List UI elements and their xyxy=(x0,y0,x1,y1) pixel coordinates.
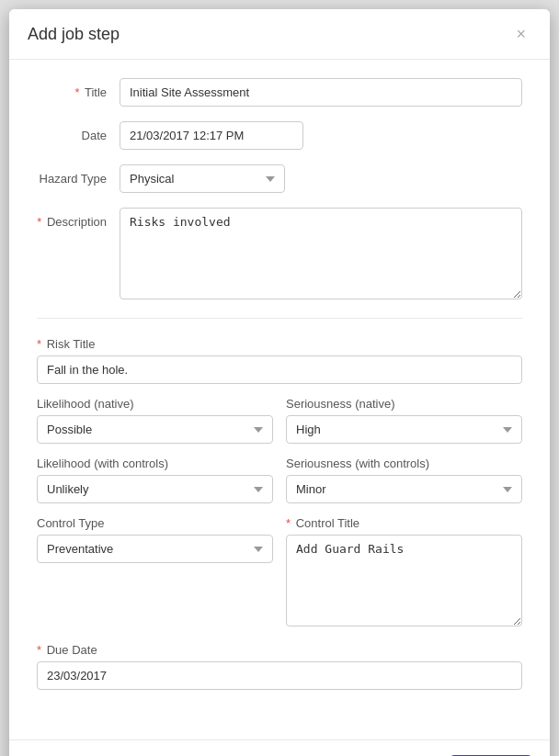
risk-title-required-star: * xyxy=(37,337,41,351)
control-title-label: * Control Title xyxy=(286,516,522,530)
hazard-type-row: Hazard Type Physical Chemical Biological… xyxy=(37,164,522,193)
hazard-type-select[interactable]: Physical Chemical Biological Ergonomic P… xyxy=(120,164,285,193)
risk-title-row: * Risk Title xyxy=(37,337,522,384)
risk-title-label: * Risk Title xyxy=(37,337,522,351)
date-row: Date xyxy=(37,121,522,150)
likelihood-seriousness-native-row: Likelihood (native) Possible Likely Unli… xyxy=(37,397,522,444)
description-field-wrapper: Risks involved xyxy=(120,208,522,303)
risk-section: * Risk Title Likelihood (native) Possibl… xyxy=(37,337,522,712)
likelihood-seriousness-controls-row: Likelihood (with controls) Unlikely Poss… xyxy=(37,457,522,503)
control-type-title-row: Control Type Preventative Corrective Dir… xyxy=(37,516,522,630)
title-field-wrapper xyxy=(120,78,522,107)
due-date-required-star: * xyxy=(37,643,41,657)
control-title-textarea[interactable]: Add Guard Rails xyxy=(286,535,522,626)
control-type-label: Control Type xyxy=(37,516,273,530)
description-label: * Description xyxy=(37,208,120,231)
modal-body: * Title Date Hazard Type Physical Chemic… xyxy=(9,60,550,730)
risk-title-input[interactable] xyxy=(37,355,522,384)
date-field-wrapper xyxy=(120,121,522,150)
modal-footer: Save xyxy=(9,739,550,756)
seriousness-native-select[interactable]: High Medium Low Minor Critical xyxy=(286,415,522,444)
seriousness-controls-col: Seriousness (with controls) Minor Low Me… xyxy=(286,457,522,503)
title-required-star: * xyxy=(74,85,79,99)
title-label: * Title xyxy=(37,78,120,101)
control-type-select[interactable]: Preventative Corrective Directive Elimin… xyxy=(37,535,273,563)
due-date-row: * Due Date xyxy=(37,643,522,690)
description-row: * Description Risks involved xyxy=(37,208,522,303)
likelihood-native-select[interactable]: Possible Likely Unlikely Rare Almost Cer… xyxy=(37,415,273,444)
description-required-star: * xyxy=(37,215,41,229)
likelihood-controls-select[interactable]: Unlikely Possible Likely Rare Almost Cer… xyxy=(37,475,273,503)
control-type-col: Control Type Preventative Corrective Dir… xyxy=(37,516,273,563)
likelihood-controls-col: Likelihood (with controls) Unlikely Poss… xyxy=(37,457,273,503)
hazard-type-field-wrapper: Physical Chemical Biological Ergonomic P… xyxy=(120,164,522,193)
seriousness-controls-label: Seriousness (with controls) xyxy=(286,457,522,470)
control-title-required-star: * xyxy=(286,516,291,530)
description-textarea[interactable]: Risks involved xyxy=(120,208,522,299)
likelihood-controls-label: Likelihood (with controls) xyxy=(37,457,273,470)
modal-title: Add job step xyxy=(28,25,120,44)
control-title-col: * Control Title Add Guard Rails xyxy=(286,516,522,630)
seriousness-controls-select[interactable]: Minor Low Medium High Critical xyxy=(286,475,522,503)
modal-header: Add job step × xyxy=(9,9,550,60)
seriousness-native-col: Seriousness (native) High Medium Low Min… xyxy=(286,397,522,444)
date-label: Date xyxy=(37,121,120,144)
likelihood-native-label: Likelihood (native) xyxy=(37,397,273,411)
title-input[interactable] xyxy=(120,78,522,107)
due-date-input[interactable] xyxy=(37,661,522,690)
hazard-type-label: Hazard Type xyxy=(37,164,120,187)
seriousness-native-label: Seriousness (native) xyxy=(286,397,522,411)
close-button[interactable]: × xyxy=(510,24,531,44)
add-job-step-modal: Add job step × * Title Date Hazard Type xyxy=(9,9,550,756)
title-row: * Title xyxy=(37,78,522,107)
section-divider xyxy=(37,318,522,319)
due-date-label: * Due Date xyxy=(37,643,522,657)
likelihood-native-col: Likelihood (native) Possible Likely Unli… xyxy=(37,397,273,444)
date-input[interactable] xyxy=(120,121,303,150)
